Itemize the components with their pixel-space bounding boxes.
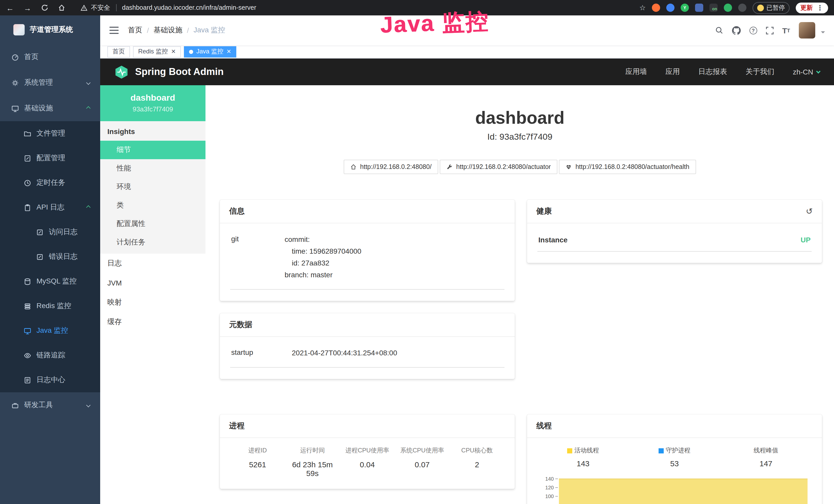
sidebar-item-access-logs[interactable]: 访问日志 xyxy=(0,220,100,245)
help-icon[interactable]: ? xyxy=(749,26,757,34)
sidebar-item-log-center[interactable]: 日志中心 xyxy=(0,368,100,392)
address-bar[interactable]: 不安全 dashboard.yudao.iocoder.cn/infra/adm… xyxy=(81,3,256,12)
sba-menu-environment[interactable]: 环境 xyxy=(100,178,205,196)
card-body: Instance UP xyxy=(527,223,822,263)
sidebar-item-label: 访问日志 xyxy=(49,228,78,237)
chevron-down-icon xyxy=(86,81,91,85)
card-header: 信息 xyxy=(220,200,515,223)
card-body: 进程ID 5261 运行时间 6d 23h 15m 59s xyxy=(220,438,515,489)
sba-nav-applications[interactable]: 应用 xyxy=(665,67,680,76)
sba-menu-classes[interactable]: 类 xyxy=(100,196,205,215)
extension-green-icon[interactable]: Y xyxy=(681,4,689,12)
sba-menu-config-props[interactable]: 配置属性 xyxy=(100,215,205,233)
extension-orange-icon[interactable] xyxy=(652,4,660,12)
instance-header[interactable]: dashboard 93a3fc7f7409 xyxy=(100,85,205,121)
app-frame: 芋道管理系统 首页 系统管理 基础设施 文件管理 xyxy=(0,16,834,504)
sidebar-item-error-logs[interactable]: 错误日志 xyxy=(0,245,100,269)
sidebar-item-scheduled-tasks[interactable]: 定时任务 xyxy=(0,170,100,195)
sidebar-item-redis-monitor[interactable]: Redis 监控 xyxy=(0,294,100,318)
app-logo-row[interactable]: 芋道管理系统 xyxy=(0,16,100,44)
github-icon[interactable] xyxy=(732,26,741,35)
extension-grid-icon[interactable] xyxy=(695,4,703,12)
update-label: 更新 xyxy=(800,3,813,12)
column-header: 系统CPU使用率 xyxy=(395,446,450,455)
breadcrumb: 首页 / 基础设施 / Java 监控 xyxy=(128,26,225,35)
forward-icon[interactable]: → xyxy=(24,4,31,12)
sidebar-item-system[interactable]: 系统管理 xyxy=(0,70,100,95)
log-doc-icon xyxy=(36,253,44,260)
back-icon[interactable]: ← xyxy=(6,4,14,12)
locale-label: zh-CN xyxy=(793,68,813,76)
service-url-link[interactable]: http://192.168.0.2:48080/ xyxy=(344,160,438,174)
column-header: 进程ID xyxy=(230,446,285,455)
card-header: 元数据 xyxy=(220,313,515,337)
search-icon[interactable] xyxy=(715,26,723,35)
sba-nav-about[interactable]: 关于我们 xyxy=(746,67,774,76)
breadcrumb-separator: / xyxy=(147,26,149,35)
sidebar-item-infrastructure[interactable]: 基础设施 xyxy=(0,95,100,121)
hamburger-icon[interactable] xyxy=(109,27,119,34)
sidebar-item-label: 首页 xyxy=(24,52,39,62)
sidebar-item-file-management[interactable]: 文件管理 xyxy=(0,121,100,146)
sba-menu-metrics[interactable]: 性能 xyxy=(100,159,205,178)
breadcrumb-infrastructure[interactable]: 基础设施 xyxy=(154,26,182,35)
process-col-process-cpu: 进程CPU使用率 0.04 xyxy=(340,446,395,478)
sidebar-item-java-monitor[interactable]: Java 监控 xyxy=(0,318,100,343)
chevron-up-icon xyxy=(86,205,91,210)
clock-icon xyxy=(24,179,31,187)
history-icon[interactable]: ↺ xyxy=(806,207,813,215)
tab-java-monitor[interactable]: Java 监控 ✕ xyxy=(184,46,236,57)
browser-menu-icon[interactable]: ⋮ xyxy=(816,4,824,11)
axis-tick-label: 140 xyxy=(545,476,554,482)
sba-nav: 应用墙 应用 日志报表 关于我们 zh-CN xyxy=(626,67,820,76)
close-tab-icon[interactable]: ✕ xyxy=(171,49,176,54)
sba-menu-details[interactable]: 细节 xyxy=(100,141,205,159)
sidebar-item-api-logs[interactable]: API 日志 xyxy=(0,195,100,220)
extension-leaf-icon[interactable] xyxy=(724,4,732,12)
sba-brand[interactable]: Spring Boot Admin xyxy=(114,65,224,79)
paused-badge[interactable]: 已暂停 xyxy=(752,2,790,14)
detail-cards: 信息 git commit: time: 1596289704000 id: 2 xyxy=(220,200,822,504)
sba-nav-wallboard[interactable]: 应用墙 xyxy=(626,67,647,76)
legend-peak-threads: 线程峰值 147 xyxy=(720,446,812,468)
url-separator xyxy=(116,4,116,11)
sba-menu-mappings[interactable]: 映射 xyxy=(100,293,205,312)
user-avatar[interactable] xyxy=(799,22,815,39)
fullscreen-icon[interactable] xyxy=(766,26,773,34)
refresh-icon[interactable] xyxy=(41,4,48,11)
home-icon[interactable] xyxy=(58,4,65,11)
close-tab-icon[interactable]: ✕ xyxy=(226,49,231,54)
legend-blue-swatch xyxy=(659,448,664,453)
infrastructure-submenu: 文件管理 配置管理 定时任务 API 日志 访问日志 xyxy=(0,121,100,392)
sba-menu-logs[interactable]: 日志 xyxy=(100,254,205,273)
actuator-url-link[interactable]: http://192.168.0.2:48080/actuator xyxy=(440,160,557,174)
card-header: 线程 xyxy=(527,414,822,438)
breadcrumb-home[interactable]: 首页 xyxy=(128,26,142,35)
sidebar-item-link-tracing[interactable]: 链路追踪 xyxy=(0,343,100,368)
locale-selector[interactable]: zh-CN xyxy=(793,68,820,76)
extension-on-icon[interactable]: on xyxy=(709,4,718,12)
bookmark-star-icon[interactable]: ☆ xyxy=(639,4,646,12)
sidebar-item-config-management[interactable]: 配置管理 xyxy=(0,146,100,170)
sidebar-item-dev-tools[interactable]: 研发工具 xyxy=(0,392,100,418)
tab-redis-monitor[interactable]: Redis 监控 ✕ xyxy=(133,46,181,57)
extension-blue-drop-icon[interactable] xyxy=(666,4,675,12)
process-table: 进程ID 5261 运行时间 6d 23h 15m 59s xyxy=(230,446,504,478)
health-url-link[interactable]: http://192.168.0.2:48080/actuator/health xyxy=(559,160,696,174)
java-monitor-icon xyxy=(24,327,31,335)
font-size-icon[interactable]: TT xyxy=(782,26,790,35)
sba-menu-scheduled-tasks[interactable]: 计划任务 xyxy=(100,233,205,252)
sba-nav-journal[interactable]: 日志报表 xyxy=(698,67,727,76)
sidebar-item-mysql-monitor[interactable]: MySQL 监控 xyxy=(0,269,100,294)
sidebar-item-home[interactable]: 首页 xyxy=(0,44,100,70)
tab-home[interactable]: 首页 xyxy=(107,46,130,57)
threads-card: 线程 活动线程 143 守护进程 xyxy=(527,414,822,504)
sba-menu-caches[interactable]: 缓存 xyxy=(100,312,205,332)
app-title: 芋道管理系统 xyxy=(30,25,73,35)
sba-menu-jvm[interactable]: JVM xyxy=(100,273,205,293)
extension-dark-icon[interactable] xyxy=(738,4,746,12)
security-label: 不安全 xyxy=(91,3,110,12)
avatar-caret-icon[interactable] xyxy=(821,31,825,36)
health-card: 健康 ↺ Instance UP xyxy=(527,200,822,263)
update-button[interactable]: 更新 ⋮ xyxy=(796,2,828,13)
